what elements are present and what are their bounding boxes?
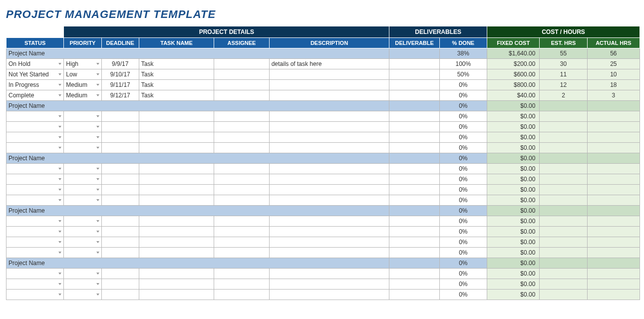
- description-cell[interactable]: [269, 216, 389, 227]
- taskname-cell[interactable]: Task: [139, 80, 214, 90]
- deadline-cell[interactable]: [101, 248, 139, 258]
- description-cell[interactable]: [269, 143, 389, 153]
- est-hrs-cell[interactable]: [540, 248, 587, 258]
- project-name-cell[interactable]: Project Name: [6, 206, 389, 216]
- status-cell[interactable]: [6, 248, 64, 258]
- deadline-cell[interactable]: 9/9/17: [101, 59, 139, 69]
- actual-hrs-cell[interactable]: 25: [587, 59, 640, 69]
- deadline-cell[interactable]: [101, 164, 139, 174]
- description-cell[interactable]: [269, 132, 389, 143]
- taskname-cell[interactable]: [139, 164, 214, 174]
- taskname-cell[interactable]: [139, 132, 214, 143]
- deliverable-cell[interactable]: [389, 59, 439, 69]
- assignee-cell[interactable]: [214, 164, 269, 174]
- assignee-cell[interactable]: [214, 69, 269, 80]
- description-cell[interactable]: details of task here: [269, 59, 389, 69]
- status-cell[interactable]: [6, 122, 64, 132]
- status-cell[interactable]: [6, 164, 64, 174]
- est-hrs-cell[interactable]: [540, 132, 587, 143]
- status-cell[interactable]: [6, 143, 64, 153]
- fixed-cost-cell[interactable]: $0.00: [487, 185, 540, 195]
- priority-cell[interactable]: [64, 279, 101, 290]
- percent-done-cell[interactable]: 0%: [439, 143, 487, 153]
- assignee-cell[interactable]: [214, 122, 269, 132]
- actual-hrs-cell[interactable]: [587, 111, 640, 122]
- deadline-cell[interactable]: [101, 143, 139, 153]
- status-cell[interactable]: [6, 227, 64, 237]
- percent-done-cell[interactable]: 100%: [439, 59, 487, 69]
- est-hrs-cell[interactable]: [540, 111, 587, 122]
- taskname-cell[interactable]: [139, 237, 214, 248]
- deliverable-cell[interactable]: [389, 269, 439, 279]
- status-cell[interactable]: [6, 216, 64, 227]
- description-cell[interactable]: [269, 227, 389, 237]
- status-cell[interactable]: [6, 195, 64, 206]
- status-cell[interactable]: [6, 174, 64, 185]
- priority-cell[interactable]: [64, 237, 101, 248]
- priority-cell[interactable]: [64, 216, 101, 227]
- description-cell[interactable]: [269, 248, 389, 258]
- project-deliverable-cell[interactable]: [389, 101, 439, 111]
- est-hrs-cell[interactable]: [540, 216, 587, 227]
- est-hrs-cell[interactable]: 11: [540, 69, 587, 80]
- actual-hrs-cell[interactable]: [587, 227, 640, 237]
- est-hrs-cell[interactable]: 12: [540, 80, 587, 90]
- deadline-cell[interactable]: [101, 227, 139, 237]
- fixed-cost-cell[interactable]: $200.00: [487, 59, 540, 69]
- actual-hrs-cell[interactable]: 10: [587, 69, 640, 80]
- deadline-cell[interactable]: [101, 122, 139, 132]
- deliverable-cell[interactable]: [389, 290, 439, 300]
- priority-cell[interactable]: [64, 111, 101, 122]
- deliverable-cell[interactable]: [389, 237, 439, 248]
- percent-done-cell[interactable]: 0%: [439, 132, 487, 143]
- percent-done-cell[interactable]: 0%: [439, 90, 487, 101]
- actual-hrs-cell[interactable]: [587, 174, 640, 185]
- assignee-cell[interactable]: [214, 90, 269, 101]
- assignee-cell[interactable]: [214, 248, 269, 258]
- description-cell[interactable]: [269, 122, 389, 132]
- actual-hrs-cell[interactable]: 18: [587, 80, 640, 90]
- actual-hrs-cell[interactable]: [587, 132, 640, 143]
- status-cell[interactable]: [6, 111, 64, 122]
- description-cell[interactable]: [269, 237, 389, 248]
- description-cell[interactable]: [269, 290, 389, 300]
- project-name-cell[interactable]: Project Name: [6, 153, 389, 164]
- deadline-cell[interactable]: [101, 195, 139, 206]
- percent-done-cell[interactable]: 0%: [439, 185, 487, 195]
- assignee-cell[interactable]: [214, 195, 269, 206]
- description-cell[interactable]: [269, 69, 389, 80]
- status-cell[interactable]: [6, 269, 64, 279]
- taskname-cell[interactable]: [139, 111, 214, 122]
- assignee-cell[interactable]: [214, 80, 269, 90]
- project-deliverable-cell[interactable]: [389, 153, 439, 164]
- deadline-cell[interactable]: [101, 132, 139, 143]
- percent-done-cell[interactable]: 0%: [439, 111, 487, 122]
- description-cell[interactable]: [269, 279, 389, 290]
- assignee-cell[interactable]: [214, 111, 269, 122]
- taskname-cell[interactable]: Task: [139, 59, 214, 69]
- deadline-cell[interactable]: [101, 216, 139, 227]
- deliverable-cell[interactable]: [389, 122, 439, 132]
- actual-hrs-cell[interactable]: [587, 290, 640, 300]
- fixed-cost-cell[interactable]: $0.00: [487, 269, 540, 279]
- percent-done-cell[interactable]: 0%: [439, 269, 487, 279]
- deadline-cell[interactable]: [101, 174, 139, 185]
- fixed-cost-cell[interactable]: $0.00: [487, 111, 540, 122]
- fixed-cost-cell[interactable]: $40.00: [487, 90, 540, 101]
- est-hrs-cell[interactable]: [540, 143, 587, 153]
- est-hrs-cell[interactable]: [540, 174, 587, 185]
- deadline-cell[interactable]: [101, 185, 139, 195]
- priority-cell[interactable]: [64, 195, 101, 206]
- assignee-cell[interactable]: [214, 185, 269, 195]
- deliverable-cell[interactable]: [389, 90, 439, 101]
- assignee-cell[interactable]: [214, 279, 269, 290]
- percent-done-cell[interactable]: 0%: [439, 174, 487, 185]
- actual-hrs-cell[interactable]: [587, 122, 640, 132]
- actual-hrs-cell[interactable]: [587, 269, 640, 279]
- assignee-cell[interactable]: [214, 269, 269, 279]
- deliverable-cell[interactable]: [389, 279, 439, 290]
- deliverable-cell[interactable]: [389, 164, 439, 174]
- fixed-cost-cell[interactable]: $0.00: [487, 290, 540, 300]
- priority-cell[interactable]: High: [64, 59, 101, 69]
- percent-done-cell[interactable]: 0%: [439, 164, 487, 174]
